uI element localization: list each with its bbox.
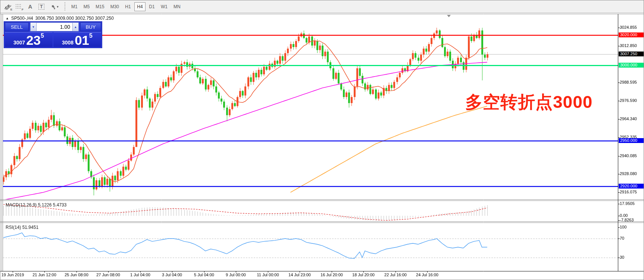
time-axis-label: 14 Jul 23:00 — [288, 273, 311, 277]
time-axis-label: 9 Jul 00:00 — [226, 273, 246, 277]
time-axis-label: 27 Jun 08:00 — [96, 273, 120, 277]
timeframe-button-h4[interactable]: H4 — [134, 2, 146, 11]
time-axis-label: 22 Jul 16:00 — [384, 273, 407, 277]
timeframe-button-w1[interactable]: W1 — [158, 2, 170, 11]
arrows-tool-icon[interactable]: ▾ — [47, 2, 62, 12]
macd-indicator-label: MACD(12,26,9) 5.1226 5.4733 — [6, 202, 66, 208]
price-line-label: 2950.000 — [619, 138, 644, 143]
buy-button[interactable]: BUY — [80, 22, 101, 31]
time-axis-label: 16 Jul 20:00 — [321, 273, 343, 277]
quote-header[interactable]: ▲ SP500-,H4 3006.750 3009.000 3002.750 3… — [6, 16, 114, 21]
toolbar: E F A T ▾ M1M5M15M30H1H4D1W1MN — [0, 0, 644, 13]
sell-button[interactable]: SELL — [5, 22, 29, 31]
rsi-indicator-label: RSI(14) 51.9451 — [6, 225, 38, 230]
sell-price-sup: 5 — [41, 33, 44, 38]
sell-price-big: 23 — [26, 34, 41, 46]
buy-price-display[interactable]: 3008 01 5 — [53, 32, 101, 47]
time-axis-label: 18 Jul 20:00 — [352, 273, 375, 277]
timeframe-button-m5[interactable]: M5 — [81, 2, 93, 11]
macd-axis-tick: 0.00 — [620, 213, 628, 218]
timeframe-button-d1[interactable]: D1 — [146, 2, 157, 11]
buy-price-sup: 5 — [89, 33, 93, 38]
symbol-timeframe-label: SP500-,H4 — [11, 16, 33, 21]
chart-shift-marker-icon[interactable] — [447, 15, 451, 17]
sell-price-display[interactable]: 3007 23 5 — [5, 32, 53, 47]
price-line-label: 3020.000 — [619, 32, 644, 37]
buy-price-big: 01 — [75, 34, 89, 46]
terminal-window: E F A T ▾ M1M5M15M30H1H4D1W1MN ▲ SP500-,… — [0, 0, 644, 280]
volume-input[interactable] — [37, 22, 72, 31]
chart-annotation-text[interactable]: 多空转折点3000 — [465, 91, 593, 114]
time-axis-label: 19 Jun 2019 — [1, 273, 24, 277]
text-tool-icon[interactable]: T — [36, 2, 47, 12]
sell-price-prefix: 3007 — [13, 39, 25, 46]
timeframe-button-mn[interactable]: MN — [171, 2, 183, 11]
tool-sub-label: E — [10, 8, 12, 11]
timeframe-button-m30[interactable]: M30 — [108, 2, 122, 11]
toolbar-separator[interactable] — [64, 2, 66, 11]
macd-axis-tick: -7.8263 — [620, 218, 634, 222]
price-axis-tick: 2964.340 — [620, 116, 637, 121]
tool-sub-label: F — [22, 8, 24, 11]
timeframe-button-group: M1M5M15M30H1H4D1W1MN — [69, 2, 184, 11]
price-axis-tick: 2940.085 — [620, 153, 637, 158]
buy-price-prefix: 3008 — [62, 39, 74, 46]
chevron-down-icon: ▾ — [57, 5, 59, 9]
price-axis-tick: 3024.855 — [620, 25, 637, 29]
time-axis-label: 11 Jul 00:00 — [257, 273, 279, 277]
rsi-axis-tick: 100 — [620, 225, 626, 229]
volume-increase-button[interactable]: ▲ — [72, 22, 79, 31]
text-label-tool-icon[interactable]: A — [25, 2, 35, 12]
time-axis-label: 5 Jul 04:00 — [194, 273, 214, 277]
timeframe-button-m1[interactable]: M1 — [69, 2, 80, 11]
timeframe-button-m15[interactable]: M15 — [93, 2, 107, 11]
ohlc-values: 3006.750 3009.000 3002.750 3007.250 — [35, 16, 114, 21]
price-line-label: 2920.000 — [619, 184, 644, 189]
time-axis-label: 1 Jul 04:00 — [130, 273, 150, 277]
collapse-arrow-icon[interactable]: ▲ — [6, 16, 9, 20]
macd-axis-tick: 17.9505 — [620, 201, 635, 206]
price-axis-tick: 2928.080 — [620, 171, 637, 176]
fibonacci-retracement-tool-icon[interactable]: F — [14, 2, 24, 12]
time-axis-label: 25 Jun 08:00 — [65, 273, 88, 277]
price-axis-tick: 3012.850 — [620, 43, 637, 48]
rsi-axis-tick: 70 — [620, 236, 624, 240]
time-axis-label: 24 Jul 16:00 — [416, 273, 438, 277]
price-axis-tick: 2976.590 — [620, 98, 637, 103]
time-axis-label: 3 Jul 04:00 — [162, 273, 182, 277]
time-axis-label: 21 Jun 12:00 — [32, 273, 56, 277]
price-axis-tick: 2988.595 — [620, 80, 637, 84]
volume-decrease-button[interactable]: ▼ — [30, 22, 37, 31]
rsi-axis-tick: 30 — [620, 255, 624, 259]
one-click-trading-panel: SELL ▼ ▲ BUY 3007 23 5 3008 01 5 — [4, 21, 102, 48]
price-line-label: 3000.000 — [619, 63, 644, 68]
price-axis-tick: 2916.075 — [620, 190, 637, 194]
current-price-label: 3007.250 — [619, 52, 644, 56]
equidistant-channel-tool-icon[interactable]: E — [3, 2, 13, 12]
timeframe-button-h1[interactable]: H1 — [122, 2, 134, 11]
